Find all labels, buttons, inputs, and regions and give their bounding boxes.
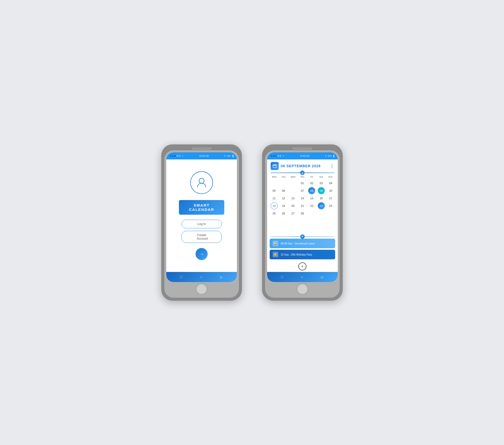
wifi-icon: ∿ bbox=[182, 155, 184, 157]
day-14[interactable]: 14 bbox=[299, 195, 306, 202]
app-title-button[interactable]: SMART CALENDAR bbox=[179, 200, 224, 215]
day-sun: Sun bbox=[326, 175, 335, 179]
chevron-up-icon[interactable]: ▲ bbox=[300, 171, 305, 175]
day-19[interactable]: 19 bbox=[280, 202, 287, 209]
dot1b bbox=[271, 155, 272, 157]
nav-square-icon[interactable]: □ bbox=[180, 275, 182, 279]
day-10[interactable]: 10 bbox=[327, 187, 334, 194]
day-07[interactable]: 07 bbox=[299, 187, 306, 194]
day-18[interactable]: 18 bbox=[271, 202, 278, 209]
phone-screen: ∿ 10:50 AM ✦ 58% ▐ bbox=[166, 152, 237, 282]
day-thu: Thu bbox=[298, 175, 307, 179]
phone-inner: ∿ 10:50 AM ✦ 58% ▐ bbox=[164, 150, 239, 298]
bluetooth-icon-2: ✦ bbox=[325, 155, 327, 157]
dot4 bbox=[177, 155, 178, 157]
add-event-button[interactable]: + bbox=[298, 262, 306, 270]
time-display: 10:50 AM bbox=[199, 155, 209, 157]
status-bar-2: ∿ 10:50 AM ✦ 58% ▐ bbox=[267, 152, 338, 159]
home-button[interactable] bbox=[196, 283, 207, 295]
event-label-2: 23 Sep : 25th Birthday Party bbox=[281, 253, 312, 256]
avatar bbox=[190, 171, 213, 194]
event-item-1[interactable]: 🔔 08-09 Sep : Our Annual Leave bbox=[270, 239, 335, 248]
day-wed: Wed bbox=[288, 175, 298, 179]
calendar-date-title: 06 SEPTEMBER 2026 bbox=[281, 164, 321, 168]
dot5b bbox=[280, 155, 281, 157]
nav-bar-2: □ ○ ▷ bbox=[267, 272, 338, 282]
event-label-1: 08-09 Sep : Our Annual Leave bbox=[281, 242, 315, 245]
signal-dots-2: ∿ bbox=[271, 155, 285, 157]
day-28[interactable]: 28 bbox=[299, 210, 306, 217]
scene: ∿ 10:50 AM ✦ 58% ▐ bbox=[146, 129, 358, 316]
day-15[interactable]: 15 bbox=[308, 195, 315, 202]
calendar-icon bbox=[271, 162, 279, 170]
dot4b bbox=[277, 155, 279, 157]
day-22[interactable]: 22 bbox=[308, 202, 315, 209]
day-08[interactable]: 08 bbox=[308, 187, 315, 194]
cal-header-left: 06 SEPTEMBER 2026 bbox=[271, 162, 321, 170]
phone-bottom bbox=[166, 282, 237, 296]
cal-divider-bottom: ▼ bbox=[271, 236, 334, 237]
arrow-button[interactable]: → bbox=[196, 248, 208, 260]
day-03[interactable]: 03 bbox=[318, 180, 325, 187]
day-09[interactable]: 09 bbox=[318, 187, 325, 194]
day-sat: Sat bbox=[317, 175, 326, 179]
time-display-2: 10:50 AM bbox=[300, 155, 309, 157]
day-25[interactable]: 25 bbox=[271, 210, 278, 217]
bluetooth-icon: ✦ bbox=[224, 155, 226, 157]
day-16[interactable]: 16 bbox=[318, 195, 325, 202]
day-01[interactable]: 01 bbox=[299, 180, 306, 187]
signal-dots: ∿ bbox=[170, 155, 184, 157]
day-12[interactable]: 12 bbox=[280, 195, 287, 202]
phone-calendar: ∿ 10:50 AM ✦ 58% ▐ bbox=[262, 144, 343, 301]
nav-circle-icon-2[interactable]: ○ bbox=[301, 275, 303, 279]
day-headers: Mon Tue Wed Thu Fri Sat Sun bbox=[270, 175, 335, 179]
dot5 bbox=[179, 155, 180, 157]
event-item-2[interactable]: 🔔 23 Sep : 25th Birthday Party bbox=[270, 250, 335, 259]
event-bell-icon-2: 🔔 bbox=[273, 252, 278, 257]
day-11[interactable]: 11 bbox=[271, 195, 278, 202]
day-04[interactable]: 04 bbox=[327, 180, 334, 187]
nav-play-icon-2[interactable]: ▷ bbox=[321, 275, 324, 279]
event-bell-icon-1: 🔔 bbox=[273, 241, 278, 246]
day-21[interactable]: 21 bbox=[299, 202, 306, 209]
day-05[interactable]: 05 bbox=[271, 187, 278, 194]
login-button[interactable]: Log In bbox=[181, 220, 222, 228]
day-26[interactable]: 26 bbox=[280, 210, 287, 217]
svg-point-0 bbox=[199, 178, 204, 183]
day-02[interactable]: 02 bbox=[308, 180, 315, 187]
day-13[interactable]: 13 bbox=[290, 195, 297, 202]
more-menu-icon[interactable]: ⋮ bbox=[330, 163, 334, 169]
calendar-days: 01 02 03 04 05 06 07 08 09 10 bbox=[270, 180, 335, 217]
phone-inner-2: ∿ 10:50 AM ✦ 58% ▐ bbox=[265, 150, 340, 298]
chevron-down-icon[interactable]: ▼ bbox=[300, 234, 305, 239]
day-tue: Tue bbox=[279, 175, 288, 179]
dot2b bbox=[273, 155, 274, 157]
arrow-icon: → bbox=[199, 252, 204, 257]
plus-icon: + bbox=[301, 264, 303, 269]
day-20[interactable]: 20 bbox=[290, 202, 297, 209]
right-status: ✦ 58% ▐ bbox=[224, 155, 233, 157]
calendar-grid: Mon Tue Wed Thu Fri Sat Sun bbox=[267, 173, 338, 236]
wifi-icon-2: ∿ bbox=[283, 155, 285, 157]
login-content: SMART CALENDAR Log In Create Account → bbox=[166, 159, 237, 272]
nav-circle-icon[interactable]: ○ bbox=[200, 275, 202, 279]
day-06[interactable]: 06 bbox=[280, 187, 287, 194]
nav-square-icon-2[interactable]: □ bbox=[281, 275, 283, 279]
day-24[interactable]: 24 bbox=[327, 202, 334, 209]
phone-notch bbox=[192, 147, 212, 150]
nav-play-icon[interactable]: ▷ bbox=[220, 275, 223, 279]
day-23[interactable]: 23 bbox=[318, 202, 325, 209]
calendar-content: 06 SEPTEMBER 2026 ⋮ ▲ Mon Tue bbox=[267, 159, 338, 272]
calendar-svg bbox=[273, 164, 277, 168]
day-27[interactable]: 27 bbox=[290, 210, 297, 217]
phone-screen-2: ∿ 10:50 AM ✦ 58% ▐ bbox=[267, 152, 338, 282]
day-17[interactable]: 17 bbox=[327, 195, 334, 202]
phone-bottom-2 bbox=[267, 282, 338, 296]
day-mon: Mon bbox=[270, 175, 279, 179]
day-fri: Fri bbox=[307, 175, 317, 179]
cal-divider-top: ▲ bbox=[271, 173, 334, 173]
create-account-button[interactable]: Create Account bbox=[181, 231, 222, 243]
home-button-2[interactable] bbox=[297, 283, 308, 295]
phone-notch-2 bbox=[292, 147, 312, 150]
avatar-icon bbox=[195, 176, 208, 189]
